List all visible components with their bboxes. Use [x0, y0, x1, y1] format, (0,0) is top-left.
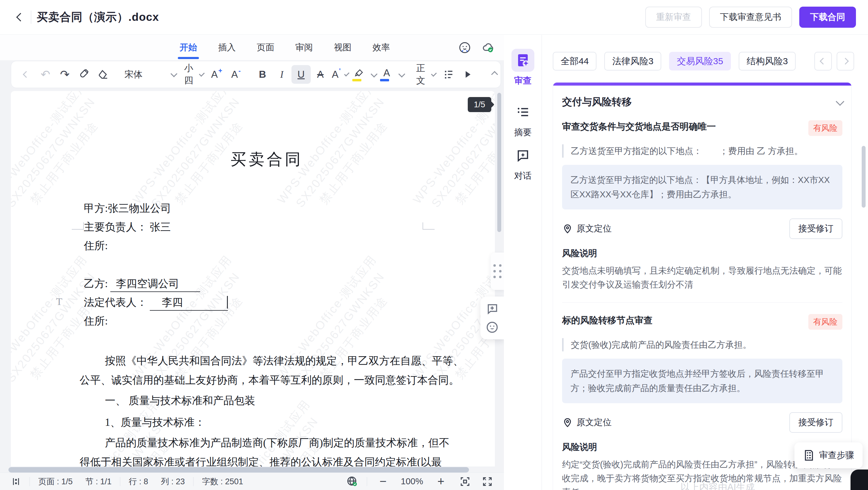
language-check-icon[interactable]	[346, 476, 358, 488]
status-column: 列 : 23	[161, 476, 185, 487]
tab-home[interactable]: 开始	[179, 37, 198, 58]
locate-in-document-link[interactable]: 原文定位	[562, 417, 612, 429]
risk-section-header[interactable]: 交付与风险转移	[562, 95, 842, 109]
decrease-font-button[interactable]: A-	[226, 65, 246, 84]
text-effects-button[interactable]: A'	[330, 65, 349, 84]
zoom-level[interactable]: 100%	[401, 477, 423, 486]
next-risk-button[interactable]	[837, 52, 854, 70]
fit-page-icon[interactable]	[459, 476, 471, 487]
fullscreen-icon[interactable]	[482, 476, 493, 487]
undo-button[interactable]: ↶	[36, 65, 55, 84]
tab-page[interactable]: 页面	[256, 37, 275, 58]
format-painter-button[interactable]	[74, 65, 94, 84]
zoom-out-button[interactable]: −	[375, 474, 391, 488]
original-clause-quote: 乙方送货至甲方指定的以下地点： ；费用由 乙 方承担。	[562, 144, 842, 158]
strikethrough-button[interactable]: A	[311, 65, 330, 84]
suggested-clause: 乙方送货至甲方指定的以下地点：【甲方具体地址，例如：XX市XX区XX路XX号XX…	[562, 165, 842, 209]
filter-trade-risk[interactable]: 交易风险35	[669, 52, 731, 70]
paragraph-style-select[interactable]: 正文	[412, 65, 439, 84]
underline-button[interactable]: U	[291, 65, 311, 84]
locate-in-document-link[interactable]: 原文定位	[562, 223, 612, 235]
rail-item-review[interactable]: 审查	[504, 49, 542, 87]
risk-item: 审查交货条件与交货地点是否明确唯一 有风险 乙方送货至甲方指定的以下地点： ；费…	[562, 120, 842, 303]
original-clause-quote: 交货(验收)完成前产品的风险责任由乙方承担。	[562, 338, 842, 351]
tab-review[interactable]: 审阅	[295, 37, 313, 58]
prev-risk-button[interactable]	[814, 52, 832, 70]
margin-mark	[72, 222, 84, 229]
back-button[interactable]	[12, 9, 29, 26]
font-size-select[interactable]: 小四	[180, 65, 207, 84]
document-title: 买卖合同（演示）.docx	[37, 10, 159, 25]
accept-revision-button[interactable]: 接受修订	[789, 412, 842, 433]
emoji-reaction-icon[interactable]	[486, 320, 499, 334]
doc-line: 得低于相关国家标准或者行业组织制定、推荐的公认标准及合同约定标准(以最	[80, 455, 450, 466]
filter-structure-risk[interactable]: 结构风险3	[739, 52, 796, 70]
document-page[interactable]: WPS-WebOffice-测试应用SX20250627GWNKSN禁止用于商业…	[11, 91, 495, 466]
doc-line: 产品的质量技术标准为产品制造商(下称原厂商)制定的质量技术标准，但不	[84, 436, 450, 450]
document-vertical-scrollbar[interactable]	[497, 93, 501, 232]
tab-insert[interactable]: 插入	[218, 37, 236, 58]
status-wordcount: 字数 : 2501	[202, 476, 243, 487]
location-pin-icon	[562, 223, 573, 234]
doc-line: 公平、诚实信用的基础上友好协商，本着平等互利的原则，一致同意签订本合同。	[80, 373, 450, 387]
zoom-in-button[interactable]: +	[433, 474, 448, 488]
rail-item-summary[interactable]: 摘要	[504, 101, 542, 139]
highlight-color-button[interactable]	[349, 65, 377, 84]
risk-badge: 有风险	[808, 314, 842, 330]
eraser-button[interactable]	[94, 65, 113, 84]
collapse-section-icon	[836, 97, 844, 105]
rail-item-chat[interactable]: 对话	[504, 144, 542, 182]
location-pin-icon	[562, 417, 573, 428]
download-report-button[interactable]: 下载审查意见书	[709, 7, 792, 28]
download-contract-button[interactable]: 下载合同	[799, 7, 856, 28]
page-indicator-badge: 1/5	[468, 97, 491, 112]
tab-efficiency[interactable]: 效率	[372, 37, 391, 58]
doc-heading: 买卖合同	[84, 149, 450, 170]
collapse-left-icon[interactable]	[17, 65, 36, 84]
divider	[562, 302, 842, 303]
doc-line: 法定代表人： 李四	[84, 295, 450, 311]
floating-tools	[480, 297, 504, 339]
review-steps-button[interactable]: 审查步骤	[795, 442, 863, 468]
accept-revision-button[interactable]: 接受修订	[789, 218, 842, 239]
assistant-avatar-icon[interactable]	[458, 41, 471, 54]
risk-badge: 有风险	[808, 120, 842, 136]
divider	[31, 10, 31, 24]
status-page: 页面 : 1/5	[38, 476, 73, 487]
increase-font-button[interactable]: A+	[207, 65, 226, 84]
redo-button[interactable]: ↷	[55, 65, 74, 84]
card-accent-bar	[553, 83, 851, 86]
list-style-button[interactable]	[439, 65, 458, 84]
add-comment-icon[interactable]	[486, 302, 499, 315]
rereview-button[interactable]: 重新审查	[645, 7, 702, 28]
risk-filter-bar: 全部44 法律风险3 交易风险35 结构风险3	[553, 52, 854, 70]
font-color-button[interactable]: A	[377, 65, 405, 84]
page-view-mode-icon[interactable]	[11, 477, 21, 487]
doc-line: 主要负责人： 张三	[84, 220, 450, 234]
steps-doc-icon	[803, 449, 815, 461]
divider	[30, 477, 30, 486]
tab-view[interactable]: 视图	[333, 37, 352, 58]
formatting-toolbar: ↶ ↷ 宋体 小四 A+ A- B I U A A'	[11, 61, 501, 88]
text-caret	[227, 296, 228, 309]
summary-list-icon	[512, 101, 534, 124]
statusbar: 页面 : 1/5 节 : 1/1 行 : 8 列 : 23 字数 : 2501 …	[0, 472, 504, 490]
editor-region: 开始 插入 页面 审阅 视图 效率	[0, 35, 504, 490]
bold-button[interactable]: B	[253, 65, 272, 84]
floating-assistant-button[interactable]	[850, 469, 868, 490]
ai-generated-note: 以上内容由AI生成	[681, 481, 755, 490]
cloud-sync-icon[interactable]	[482, 41, 495, 54]
doc-line: 甲方:张三物业公司	[84, 201, 450, 215]
chat-bubble-icon	[512, 144, 534, 167]
panel-vertical-scrollbar[interactable]	[862, 146, 866, 208]
filter-legal-risk[interactable]: 法律风险3	[604, 52, 661, 70]
font-name-select[interactable]: 宋体	[120, 65, 180, 84]
ribbon-tabs: 开始 插入 页面 审阅 视图 效率	[0, 35, 504, 60]
more-tools-icon[interactable]	[458, 65, 478, 84]
italic-button[interactable]: I	[272, 65, 291, 84]
filter-all[interactable]: 全部44	[553, 52, 596, 70]
collapse-toolbar-button[interactable]	[485, 65, 504, 84]
text-cursor-indicator: T	[56, 296, 62, 307]
document-horizontal-scrollbar[interactable]	[8, 467, 469, 472]
panel-drag-handle[interactable]	[491, 252, 504, 290]
